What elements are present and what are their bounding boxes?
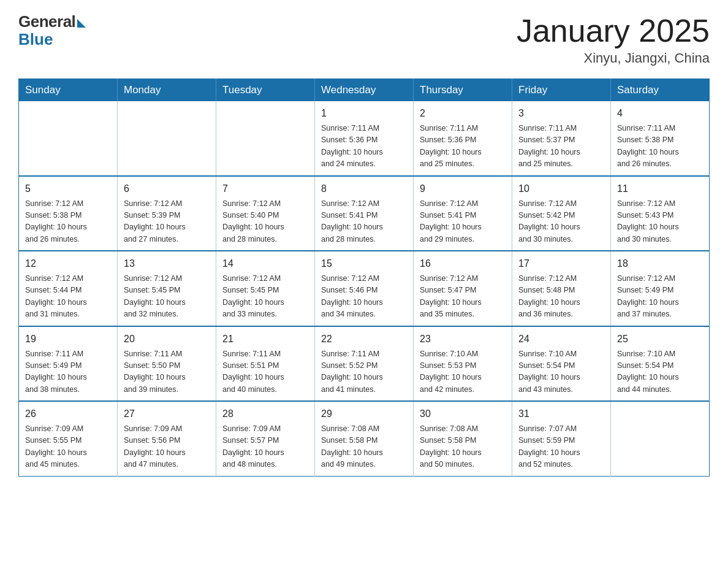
- calendar-day-cell: [19, 101, 118, 176]
- day-of-week-header: Tuesday: [216, 79, 315, 102]
- logo-blue-text: Blue: [18, 30, 53, 49]
- day-number: 24: [518, 332, 604, 347]
- day-info: Sunrise: 7:09 AMSunset: 5:56 PMDaylight:…: [124, 423, 210, 471]
- day-number: 8: [321, 182, 407, 196]
- day-info: Sunrise: 7:12 AMSunset: 5:41 PMDaylight:…: [321, 198, 407, 246]
- day-info: Sunrise: 7:12 AMSunset: 5:44 PMDaylight:…: [25, 273, 111, 321]
- day-info: Sunrise: 7:07 AMSunset: 5:59 PMDaylight:…: [518, 423, 604, 471]
- calendar-day-cell: 20Sunrise: 7:11 AMSunset: 5:50 PMDayligh…: [118, 326, 216, 402]
- day-info: Sunrise: 7:11 AMSunset: 5:38 PMDaylight:…: [617, 123, 703, 170]
- day-info: Sunrise: 7:12 AMSunset: 5:46 PMDaylight:…: [321, 273, 407, 321]
- day-number: 5: [25, 182, 111, 196]
- day-number: 9: [420, 182, 506, 196]
- day-number: 28: [222, 407, 308, 421]
- logo: General Blue: [18, 12, 86, 49]
- day-info: Sunrise: 7:09 AMSunset: 5:55 PMDaylight:…: [25, 423, 111, 471]
- day-info: Sunrise: 7:12 AMSunset: 5:42 PMDaylight:…: [518, 198, 604, 246]
- day-number: 17: [518, 256, 604, 271]
- day-info: Sunrise: 7:09 AMSunset: 5:57 PMDaylight:…: [222, 423, 308, 471]
- logo-triangle-icon: [77, 19, 86, 28]
- title-block: January 2025 Xinyu, Jiangxi, China: [517, 12, 710, 66]
- day-of-week-header: Monday: [118, 79, 216, 102]
- calendar-day-cell: 28Sunrise: 7:09 AMSunset: 5:57 PMDayligh…: [216, 401, 315, 476]
- day-info: Sunrise: 7:12 AMSunset: 5:49 PMDaylight:…: [617, 273, 703, 321]
- calendar-day-cell: 11Sunrise: 7:12 AMSunset: 5:43 PMDayligh…: [611, 176, 710, 251]
- calendar-day-cell: 22Sunrise: 7:11 AMSunset: 5:52 PMDayligh…: [315, 326, 414, 402]
- calendar-day-cell: 12Sunrise: 7:12 AMSunset: 5:44 PMDayligh…: [19, 251, 118, 326]
- day-number: 29: [321, 407, 407, 421]
- calendar-day-cell: 25Sunrise: 7:10 AMSunset: 5:54 PMDayligh…: [611, 326, 710, 402]
- calendar-day-cell: 10Sunrise: 7:12 AMSunset: 5:42 PMDayligh…: [512, 176, 611, 251]
- day-info: Sunrise: 7:12 AMSunset: 5:41 PMDaylight:…: [420, 198, 506, 246]
- calendar-week-row: 26Sunrise: 7:09 AMSunset: 5:55 PMDayligh…: [19, 401, 710, 476]
- day-info: Sunrise: 7:10 AMSunset: 5:53 PMDaylight:…: [420, 348, 506, 396]
- day-info: Sunrise: 7:11 AMSunset: 5:36 PMDaylight:…: [420, 123, 506, 170]
- calendar-day-cell: 24Sunrise: 7:10 AMSunset: 5:54 PMDayligh…: [512, 326, 611, 402]
- day-number: 16: [420, 256, 506, 271]
- day-number: 23: [420, 332, 506, 347]
- calendar-day-cell: 29Sunrise: 7:08 AMSunset: 5:58 PMDayligh…: [315, 401, 414, 476]
- calendar-day-cell: 14Sunrise: 7:12 AMSunset: 5:45 PMDayligh…: [216, 251, 315, 326]
- day-number: 12: [25, 256, 111, 271]
- day-number: 15: [321, 256, 407, 271]
- calendar-day-cell: 8Sunrise: 7:12 AMSunset: 5:41 PMDaylight…: [315, 176, 414, 251]
- calendar-day-cell: 7Sunrise: 7:12 AMSunset: 5:40 PMDaylight…: [216, 176, 315, 251]
- day-of-week-header: Thursday: [414, 79, 512, 102]
- day-info: Sunrise: 7:11 AMSunset: 5:52 PMDaylight:…: [321, 348, 407, 396]
- calendar-day-cell: 5Sunrise: 7:12 AMSunset: 5:38 PMDaylight…: [19, 176, 118, 251]
- day-info: Sunrise: 7:12 AMSunset: 5:45 PMDaylight:…: [124, 273, 210, 321]
- day-number: 14: [222, 256, 308, 271]
- calendar-day-cell: 31Sunrise: 7:07 AMSunset: 5:59 PMDayligh…: [512, 401, 611, 476]
- day-info: Sunrise: 7:12 AMSunset: 5:39 PMDaylight:…: [124, 198, 210, 246]
- calendar-body: 1Sunrise: 7:11 AMSunset: 5:36 PMDaylight…: [19, 101, 710, 476]
- day-of-week-header: Wednesday: [315, 79, 414, 102]
- calendar-title: January 2025: [517, 12, 710, 49]
- day-info: Sunrise: 7:12 AMSunset: 5:45 PMDaylight:…: [222, 273, 308, 321]
- calendar-day-cell: 9Sunrise: 7:12 AMSunset: 5:41 PMDaylight…: [414, 176, 512, 251]
- calendar-day-cell: 23Sunrise: 7:10 AMSunset: 5:53 PMDayligh…: [414, 326, 512, 402]
- calendar-day-cell: 2Sunrise: 7:11 AMSunset: 5:36 PMDaylight…: [414, 101, 512, 176]
- calendar-day-cell: 27Sunrise: 7:09 AMSunset: 5:56 PMDayligh…: [118, 401, 216, 476]
- day-info: Sunrise: 7:12 AMSunset: 5:38 PMDaylight:…: [25, 198, 111, 246]
- day-of-week-header: Sunday: [19, 79, 118, 102]
- day-info: Sunrise: 7:10 AMSunset: 5:54 PMDaylight:…: [617, 348, 703, 396]
- day-info: Sunrise: 7:12 AMSunset: 5:48 PMDaylight:…: [518, 273, 604, 321]
- day-info: Sunrise: 7:12 AMSunset: 5:47 PMDaylight:…: [420, 273, 506, 321]
- day-number: 7: [222, 182, 308, 196]
- calendar-day-cell: 1Sunrise: 7:11 AMSunset: 5:36 PMDaylight…: [315, 101, 414, 176]
- calendar-day-cell: 17Sunrise: 7:12 AMSunset: 5:48 PMDayligh…: [512, 251, 611, 326]
- day-number: 30: [420, 407, 506, 421]
- calendar-day-cell: [611, 401, 710, 476]
- day-info: Sunrise: 7:11 AMSunset: 5:50 PMDaylight:…: [124, 348, 210, 396]
- day-number: 2: [420, 106, 506, 121]
- calendar-week-row: 5Sunrise: 7:12 AMSunset: 5:38 PMDaylight…: [19, 176, 710, 251]
- day-info: Sunrise: 7:12 AMSunset: 5:43 PMDaylight:…: [617, 198, 703, 246]
- day-number: 21: [222, 332, 308, 347]
- calendar-day-cell: 18Sunrise: 7:12 AMSunset: 5:49 PMDayligh…: [611, 251, 710, 326]
- day-info: Sunrise: 7:11 AMSunset: 5:36 PMDaylight:…: [321, 123, 407, 170]
- calendar-day-cell: 16Sunrise: 7:12 AMSunset: 5:47 PMDayligh…: [414, 251, 512, 326]
- page-header: General Blue January 2025 Xinyu, Jiangxi…: [18, 12, 710, 66]
- day-number: 6: [124, 182, 210, 196]
- calendar-day-cell: 13Sunrise: 7:12 AMSunset: 5:45 PMDayligh…: [118, 251, 216, 326]
- day-of-week-header: Saturday: [611, 79, 710, 102]
- day-number: 11: [617, 182, 703, 196]
- day-info: Sunrise: 7:08 AMSunset: 5:58 PMDaylight:…: [420, 423, 506, 471]
- day-number: 3: [518, 106, 604, 121]
- calendar-week-row: 19Sunrise: 7:11 AMSunset: 5:49 PMDayligh…: [19, 326, 710, 402]
- day-number: 22: [321, 332, 407, 347]
- calendar-day-cell: 26Sunrise: 7:09 AMSunset: 5:55 PMDayligh…: [19, 401, 118, 476]
- day-number: 25: [617, 332, 703, 347]
- calendar-day-cell: 21Sunrise: 7:11 AMSunset: 5:51 PMDayligh…: [216, 326, 315, 402]
- day-number: 20: [124, 332, 210, 347]
- calendar-table: SundayMondayTuesdayWednesdayThursdayFrid…: [18, 79, 710, 477]
- day-number: 13: [124, 256, 210, 271]
- day-number: 31: [518, 407, 604, 421]
- calendar-week-row: 12Sunrise: 7:12 AMSunset: 5:44 PMDayligh…: [19, 251, 710, 326]
- day-number: 10: [518, 182, 604, 196]
- day-info: Sunrise: 7:08 AMSunset: 5:58 PMDaylight:…: [321, 423, 407, 471]
- calendar-day-cell: [216, 101, 315, 176]
- calendar-day-cell: [118, 101, 216, 176]
- calendar-week-row: 1Sunrise: 7:11 AMSunset: 5:36 PMDaylight…: [19, 101, 710, 176]
- day-number: 19: [25, 332, 111, 347]
